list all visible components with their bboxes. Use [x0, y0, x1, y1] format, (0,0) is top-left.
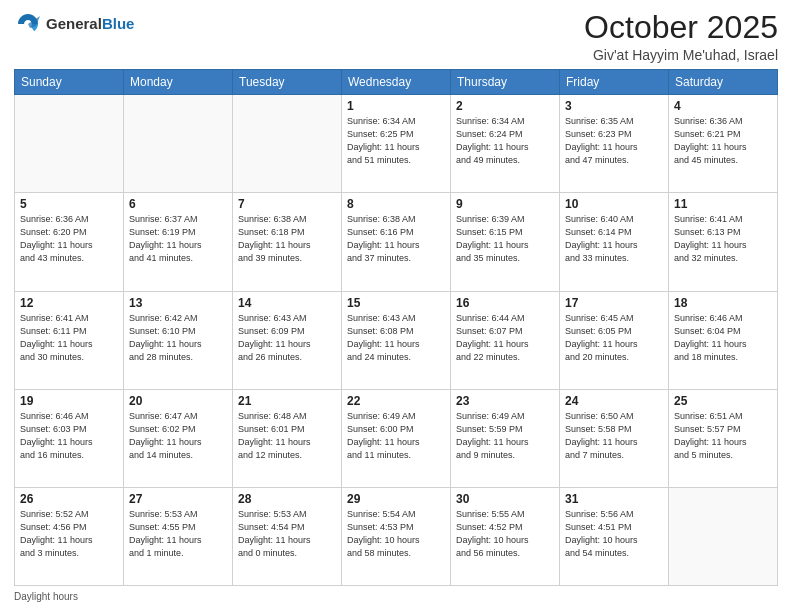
day-number: 8	[347, 197, 445, 211]
table-row: 14Sunrise: 6:43 AM Sunset: 6:09 PM Dayli…	[233, 291, 342, 389]
day-info: Sunrise: 6:46 AM Sunset: 6:04 PM Dayligh…	[674, 312, 772, 364]
day-info: Sunrise: 5:54 AM Sunset: 4:53 PM Dayligh…	[347, 508, 445, 560]
header: GeneralBlue October 2025 Giv'at Hayyim M…	[14, 10, 778, 63]
logo-general: General	[46, 15, 102, 32]
day-info: Sunrise: 6:43 AM Sunset: 6:09 PM Dayligh…	[238, 312, 336, 364]
day-info: Sunrise: 6:48 AM Sunset: 6:01 PM Dayligh…	[238, 410, 336, 462]
day-info: Sunrise: 6:34 AM Sunset: 6:25 PM Dayligh…	[347, 115, 445, 167]
day-number: 11	[674, 197, 772, 211]
table-row: 3Sunrise: 6:35 AM Sunset: 6:23 PM Daylig…	[560, 95, 669, 193]
day-number: 22	[347, 394, 445, 408]
footer: Daylight hours	[14, 591, 778, 602]
day-number: 31	[565, 492, 663, 506]
day-info: Sunrise: 6:35 AM Sunset: 6:23 PM Dayligh…	[565, 115, 663, 167]
day-number: 16	[456, 296, 554, 310]
day-info: Sunrise: 6:49 AM Sunset: 5:59 PM Dayligh…	[456, 410, 554, 462]
day-number: 18	[674, 296, 772, 310]
col-friday: Friday	[560, 70, 669, 95]
table-row: 31Sunrise: 5:56 AM Sunset: 4:51 PM Dayli…	[560, 487, 669, 585]
table-row: 17Sunrise: 6:45 AM Sunset: 6:05 PM Dayli…	[560, 291, 669, 389]
day-number: 9	[456, 197, 554, 211]
title-block: October 2025 Giv'at Hayyim Me'uhad, Isra…	[584, 10, 778, 63]
table-row: 29Sunrise: 5:54 AM Sunset: 4:53 PM Dayli…	[342, 487, 451, 585]
col-tuesday: Tuesday	[233, 70, 342, 95]
table-row	[124, 95, 233, 193]
calendar-week-row: 5Sunrise: 6:36 AM Sunset: 6:20 PM Daylig…	[15, 193, 778, 291]
day-number: 10	[565, 197, 663, 211]
logo: GeneralBlue	[14, 10, 134, 38]
table-row: 8Sunrise: 6:38 AM Sunset: 6:16 PM Daylig…	[342, 193, 451, 291]
day-info: Sunrise: 6:42 AM Sunset: 6:10 PM Dayligh…	[129, 312, 227, 364]
day-number: 17	[565, 296, 663, 310]
table-row: 12Sunrise: 6:41 AM Sunset: 6:11 PM Dayli…	[15, 291, 124, 389]
col-monday: Monday	[124, 70, 233, 95]
logo-blue: Blue	[102, 15, 135, 32]
day-number: 20	[129, 394, 227, 408]
month-title: October 2025	[584, 10, 778, 45]
table-row	[669, 487, 778, 585]
table-row: 1Sunrise: 6:34 AM Sunset: 6:25 PM Daylig…	[342, 95, 451, 193]
table-row: 19Sunrise: 6:46 AM Sunset: 6:03 PM Dayli…	[15, 389, 124, 487]
table-row: 9Sunrise: 6:39 AM Sunset: 6:15 PM Daylig…	[451, 193, 560, 291]
day-info: Sunrise: 6:49 AM Sunset: 6:00 PM Dayligh…	[347, 410, 445, 462]
day-info: Sunrise: 6:37 AM Sunset: 6:19 PM Dayligh…	[129, 213, 227, 265]
table-row: 2Sunrise: 6:34 AM Sunset: 6:24 PM Daylig…	[451, 95, 560, 193]
table-row: 7Sunrise: 6:38 AM Sunset: 6:18 PM Daylig…	[233, 193, 342, 291]
day-info: Sunrise: 6:45 AM Sunset: 6:05 PM Dayligh…	[565, 312, 663, 364]
day-number: 6	[129, 197, 227, 211]
table-row: 23Sunrise: 6:49 AM Sunset: 5:59 PM Dayli…	[451, 389, 560, 487]
day-number: 13	[129, 296, 227, 310]
day-number: 12	[20, 296, 118, 310]
day-info: Sunrise: 5:56 AM Sunset: 4:51 PM Dayligh…	[565, 508, 663, 560]
calendar-week-row: 12Sunrise: 6:41 AM Sunset: 6:11 PM Dayli…	[15, 291, 778, 389]
table-row: 30Sunrise: 5:55 AM Sunset: 4:52 PM Dayli…	[451, 487, 560, 585]
table-row: 24Sunrise: 6:50 AM Sunset: 5:58 PM Dayli…	[560, 389, 669, 487]
table-row: 15Sunrise: 6:43 AM Sunset: 6:08 PM Dayli…	[342, 291, 451, 389]
day-info: Sunrise: 6:36 AM Sunset: 6:20 PM Dayligh…	[20, 213, 118, 265]
table-row	[15, 95, 124, 193]
table-row: 25Sunrise: 6:51 AM Sunset: 5:57 PM Dayli…	[669, 389, 778, 487]
calendar-header-row: Sunday Monday Tuesday Wednesday Thursday…	[15, 70, 778, 95]
table-row: 21Sunrise: 6:48 AM Sunset: 6:01 PM Dayli…	[233, 389, 342, 487]
day-info: Sunrise: 6:51 AM Sunset: 5:57 PM Dayligh…	[674, 410, 772, 462]
day-info: Sunrise: 5:55 AM Sunset: 4:52 PM Dayligh…	[456, 508, 554, 560]
table-row: 10Sunrise: 6:40 AM Sunset: 6:14 PM Dayli…	[560, 193, 669, 291]
day-number: 14	[238, 296, 336, 310]
day-number: 7	[238, 197, 336, 211]
day-info: Sunrise: 6:50 AM Sunset: 5:58 PM Dayligh…	[565, 410, 663, 462]
day-info: Sunrise: 6:44 AM Sunset: 6:07 PM Dayligh…	[456, 312, 554, 364]
day-info: Sunrise: 6:39 AM Sunset: 6:15 PM Dayligh…	[456, 213, 554, 265]
location-title: Giv'at Hayyim Me'uhad, Israel	[584, 47, 778, 63]
day-info: Sunrise: 6:43 AM Sunset: 6:08 PM Dayligh…	[347, 312, 445, 364]
page: GeneralBlue October 2025 Giv'at Hayyim M…	[0, 0, 792, 612]
footer-label: Daylight hours	[14, 591, 78, 602]
day-number: 29	[347, 492, 445, 506]
col-sunday: Sunday	[15, 70, 124, 95]
day-number: 25	[674, 394, 772, 408]
table-row: 16Sunrise: 6:44 AM Sunset: 6:07 PM Dayli…	[451, 291, 560, 389]
day-number: 27	[129, 492, 227, 506]
calendar-table: Sunday Monday Tuesday Wednesday Thursday…	[14, 69, 778, 586]
day-number: 28	[238, 492, 336, 506]
table-row: 20Sunrise: 6:47 AM Sunset: 6:02 PM Dayli…	[124, 389, 233, 487]
day-number: 26	[20, 492, 118, 506]
table-row: 27Sunrise: 5:53 AM Sunset: 4:55 PM Dayli…	[124, 487, 233, 585]
day-number: 5	[20, 197, 118, 211]
day-number: 15	[347, 296, 445, 310]
day-info: Sunrise: 6:34 AM Sunset: 6:24 PM Dayligh…	[456, 115, 554, 167]
table-row: 26Sunrise: 5:52 AM Sunset: 4:56 PM Dayli…	[15, 487, 124, 585]
day-info: Sunrise: 6:36 AM Sunset: 6:21 PM Dayligh…	[674, 115, 772, 167]
calendar-week-row: 1Sunrise: 6:34 AM Sunset: 6:25 PM Daylig…	[15, 95, 778, 193]
table-row: 18Sunrise: 6:46 AM Sunset: 6:04 PM Dayli…	[669, 291, 778, 389]
day-number: 1	[347, 99, 445, 113]
day-info: Sunrise: 6:41 AM Sunset: 6:11 PM Dayligh…	[20, 312, 118, 364]
calendar-week-row: 26Sunrise: 5:52 AM Sunset: 4:56 PM Dayli…	[15, 487, 778, 585]
day-number: 2	[456, 99, 554, 113]
table-row: 13Sunrise: 6:42 AM Sunset: 6:10 PM Dayli…	[124, 291, 233, 389]
day-number: 30	[456, 492, 554, 506]
day-info: Sunrise: 5:52 AM Sunset: 4:56 PM Dayligh…	[20, 508, 118, 560]
day-info: Sunrise: 6:38 AM Sunset: 6:18 PM Dayligh…	[238, 213, 336, 265]
table-row: 22Sunrise: 6:49 AM Sunset: 6:00 PM Dayli…	[342, 389, 451, 487]
day-info: Sunrise: 6:41 AM Sunset: 6:13 PM Dayligh…	[674, 213, 772, 265]
day-number: 19	[20, 394, 118, 408]
